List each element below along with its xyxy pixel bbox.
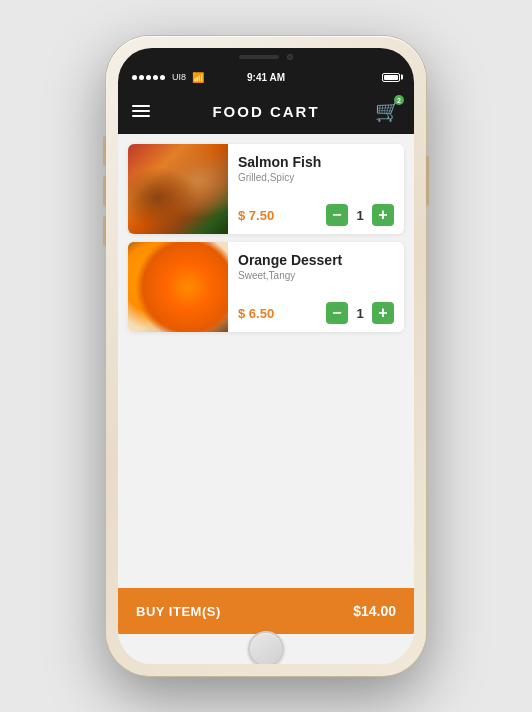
- orange-quantity: 1: [354, 306, 366, 321]
- hamburger-button[interactable]: [132, 105, 150, 117]
- wifi-icon: 📶: [192, 72, 204, 83]
- salmon-increase-button[interactable]: +: [372, 204, 394, 226]
- signal-bars: [132, 75, 165, 80]
- hamburger-line-2: [132, 110, 150, 112]
- buy-label: BUY ITEM(S): [136, 604, 221, 619]
- orange-qty-controls: − 1 +: [326, 302, 394, 324]
- signal-dot-4: [153, 75, 158, 80]
- food-card-salmon: Salmon Fish Grilled,Spicy $ 7.50 − 1 +: [128, 144, 404, 234]
- salmon-quantity: 1: [354, 208, 366, 223]
- buy-bar[interactable]: BUY ITEM(S) $14.00: [118, 588, 414, 634]
- salmon-bottom: $ 7.50 − 1 +: [238, 204, 394, 226]
- orange-price: $ 6.50: [238, 306, 274, 321]
- signal-dot-1: [132, 75, 137, 80]
- salmon-qty-controls: − 1 +: [326, 204, 394, 226]
- food-card-orange: Orange Dessert Sweet,Tangy $ 6.50 − 1 +: [128, 242, 404, 332]
- hamburger-line-3: [132, 115, 150, 117]
- hamburger-line-1: [132, 105, 150, 107]
- cart-badge: 2: [394, 95, 404, 105]
- orange-image: [128, 242, 228, 332]
- orange-decrease-button[interactable]: −: [326, 302, 348, 324]
- battery-fill: [384, 75, 398, 80]
- signal-dot-2: [139, 75, 144, 80]
- nav-title: FOOD CART: [212, 103, 319, 120]
- orange-bottom: $ 6.50 − 1 +: [238, 302, 394, 324]
- status-left: UI8 📶: [132, 72, 204, 83]
- phone-screen: UI8 📶 9:41 AM FOOD CART 🛒 2: [118, 48, 414, 664]
- salmon-decrease-button[interactable]: −: [326, 204, 348, 226]
- orange-tags: Sweet,Tangy: [238, 270, 394, 281]
- status-bar: UI8 📶 9:41 AM: [118, 66, 414, 88]
- salmon-image: [128, 144, 228, 234]
- camera: [287, 54, 293, 60]
- content-area: Salmon Fish Grilled,Spicy $ 7.50 − 1 +: [118, 134, 414, 588]
- top-nav: FOOD CART 🛒 2: [118, 88, 414, 134]
- salmon-name: Salmon Fish: [238, 154, 394, 170]
- buy-total: $14.00: [353, 603, 396, 619]
- orange-increase-button[interactable]: +: [372, 302, 394, 324]
- signal-dot-3: [146, 75, 151, 80]
- orange-info: Orange Dessert Sweet,Tangy $ 6.50 − 1 +: [228, 242, 404, 332]
- status-right: [382, 73, 400, 82]
- cart-button[interactable]: 🛒 2: [375, 99, 400, 123]
- home-area: [118, 634, 414, 664]
- camera-bar: [118, 48, 414, 66]
- orange-name: Orange Dessert: [238, 252, 394, 268]
- status-time: 9:41 AM: [247, 72, 285, 83]
- home-button[interactable]: [248, 631, 284, 664]
- battery-icon: [382, 73, 400, 82]
- salmon-price: $ 7.50: [238, 208, 274, 223]
- carrier-label: UI8: [172, 72, 186, 82]
- signal-dot-5: [160, 75, 165, 80]
- speaker-grille: [239, 55, 279, 59]
- salmon-info: Salmon Fish Grilled,Spicy $ 7.50 − 1 +: [228, 144, 404, 234]
- phone-frame: UI8 📶 9:41 AM FOOD CART 🛒 2: [106, 36, 426, 676]
- salmon-tags: Grilled,Spicy: [238, 172, 394, 183]
